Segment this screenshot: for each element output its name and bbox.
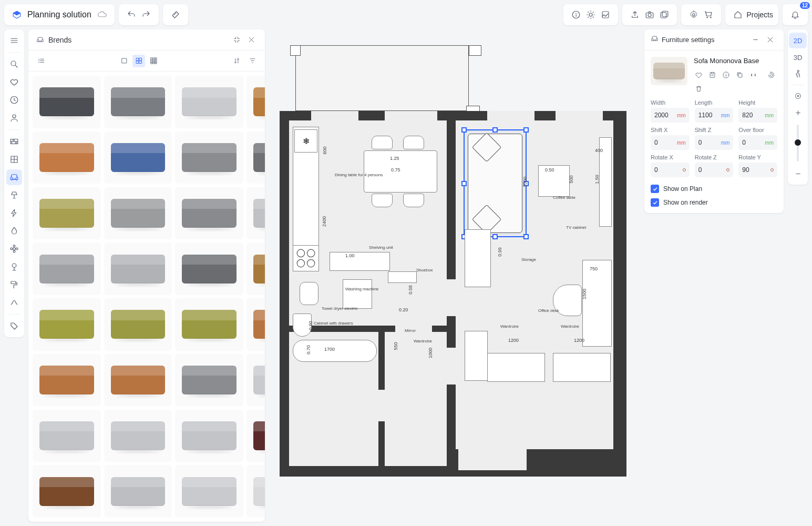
filter-icon[interactable] bbox=[246, 55, 259, 67]
chair[interactable] bbox=[372, 194, 393, 207]
prop-input-length[interactable]: mm bbox=[695, 108, 734, 123]
catalog-item[interactable] bbox=[33, 410, 101, 462]
office-desk[interactable] bbox=[582, 260, 612, 347]
washing-machine[interactable] bbox=[343, 279, 372, 309]
catalog-item[interactable] bbox=[104, 132, 172, 184]
dining-table[interactable] bbox=[364, 150, 437, 193]
view-grid-icon[interactable] bbox=[132, 55, 145, 67]
close-settings-icon[interactable] bbox=[763, 33, 777, 47]
catalog-item[interactable] bbox=[104, 298, 172, 351]
prop-input-rotate-y[interactable] bbox=[738, 163, 777, 177]
catalog-item[interactable] bbox=[104, 410, 172, 462]
rail-walls[interactable] bbox=[6, 134, 22, 149]
shoebox[interactable] bbox=[388, 271, 417, 283]
show-on-render-checkbox[interactable]: Show on render bbox=[651, 198, 777, 207]
rail-paths[interactable] bbox=[6, 295, 22, 310]
wardrobe[interactable] bbox=[553, 353, 611, 382]
catalog-item[interactable] bbox=[33, 354, 101, 407]
export-image-icon[interactable] bbox=[598, 7, 613, 22]
list-toggle-icon[interactable] bbox=[35, 55, 47, 67]
home-icon[interactable] bbox=[731, 7, 745, 22]
catalog-item[interactable] bbox=[175, 465, 243, 518]
catalog-item[interactable] bbox=[33, 187, 101, 240]
catalog-item[interactable] bbox=[246, 465, 265, 518]
close-icon[interactable] bbox=[244, 33, 259, 47]
fridge[interactable]: ❄ bbox=[294, 129, 317, 153]
catalog-item[interactable] bbox=[33, 132, 101, 184]
catalog-item[interactable] bbox=[104, 354, 172, 407]
catalog-item[interactable] bbox=[175, 242, 243, 295]
prop-input-rotate-z[interactable] bbox=[695, 163, 734, 177]
rail-lighting[interactable] bbox=[6, 187, 22, 203]
prop-input-rotate-x[interactable] bbox=[651, 163, 690, 177]
rail-search[interactable] bbox=[6, 56, 22, 72]
catalog-item[interactable] bbox=[104, 465, 172, 518]
projects-link[interactable]: Projects bbox=[746, 11, 773, 19]
catalog-item[interactable] bbox=[246, 410, 265, 462]
prop-input-shift-x[interactable]: mm bbox=[651, 135, 690, 150]
catalog-item[interactable] bbox=[175, 298, 243, 351]
catalog-item[interactable] bbox=[175, 76, 243, 128]
catalog-item[interactable] bbox=[246, 242, 265, 295]
stove[interactable] bbox=[293, 245, 319, 271]
gallery-icon[interactable] bbox=[657, 7, 672, 22]
quality-icon[interactable]: 1 bbox=[569, 7, 583, 22]
catalog-item[interactable] bbox=[246, 298, 265, 351]
catalog-item[interactable] bbox=[33, 242, 101, 295]
chair[interactable] bbox=[372, 136, 393, 149]
settings-gear-icon[interactable] bbox=[686, 7, 701, 22]
rail-tags[interactable] bbox=[6, 318, 22, 334]
prop-input-over-floor[interactable]: mm bbox=[738, 135, 777, 150]
catalog-item[interactable] bbox=[175, 187, 243, 240]
rail-menu[interactable] bbox=[6, 33, 22, 48]
catalog-item[interactable] bbox=[104, 242, 172, 295]
view-small-icon[interactable] bbox=[147, 55, 160, 67]
catalog-item[interactable] bbox=[33, 76, 101, 128]
favorite-icon[interactable] bbox=[694, 70, 703, 79]
catalog-item[interactable] bbox=[104, 76, 172, 128]
show-on-plan-checkbox[interactable]: Show on Plan bbox=[651, 185, 777, 193]
notifications-bell-icon[interactable] bbox=[788, 7, 803, 22]
ruler-icon[interactable] bbox=[168, 7, 183, 22]
catalog-item[interactable] bbox=[33, 465, 101, 518]
shelving-unit[interactable] bbox=[330, 252, 390, 271]
redo-button[interactable] bbox=[139, 7, 153, 22]
catalog-item[interactable] bbox=[175, 354, 243, 407]
cloud-sync-icon[interactable] bbox=[95, 7, 109, 22]
minimize-icon[interactable] bbox=[229, 33, 244, 47]
wardrobe[interactable] bbox=[487, 353, 545, 382]
camera-icon[interactable] bbox=[642, 7, 657, 22]
prop-input-shift-z[interactable]: mm bbox=[695, 135, 734, 150]
save-icon[interactable] bbox=[707, 70, 717, 79]
reset-icon[interactable] bbox=[766, 70, 776, 79]
flip-icon[interactable] bbox=[748, 70, 758, 79]
chair[interactable] bbox=[403, 194, 424, 207]
rail-rooms[interactable] bbox=[6, 151, 22, 167]
rail-history[interactable] bbox=[6, 92, 22, 108]
rail-plumbing[interactable] bbox=[6, 223, 22, 239]
rail-user[interactable] bbox=[6, 110, 22, 126]
view-2d-button[interactable]: 2D bbox=[789, 33, 807, 48]
zoom-in-icon[interactable] bbox=[789, 105, 807, 120]
target-icon[interactable] bbox=[789, 88, 807, 104]
catalog-item[interactable] bbox=[246, 76, 265, 128]
canvas[interactable]: ❄ bbox=[269, 29, 640, 522]
rail-furniture[interactable] bbox=[6, 169, 22, 185]
catalog-item[interactable] bbox=[246, 354, 265, 407]
zoom-out-icon[interactable] bbox=[789, 166, 807, 181]
info-icon[interactable] bbox=[721, 70, 731, 79]
storage[interactable] bbox=[465, 229, 491, 287]
zoom-slider[interactable] bbox=[797, 125, 799, 161]
app-logo-icon[interactable] bbox=[9, 7, 24, 22]
share-icon[interactable] bbox=[628, 7, 642, 22]
chair[interactable] bbox=[403, 136, 424, 149]
prop-input-height[interactable]: mm bbox=[738, 108, 777, 123]
catalog-item[interactable] bbox=[246, 132, 265, 184]
catalog-item[interactable] bbox=[246, 187, 265, 240]
catalog-item[interactable] bbox=[33, 298, 101, 351]
catalog-item[interactable] bbox=[104, 187, 172, 240]
undo-button[interactable] bbox=[124, 7, 139, 22]
catalog-item[interactable] bbox=[175, 132, 243, 184]
walk-icon[interactable] bbox=[789, 66, 807, 82]
collapse-icon[interactable] bbox=[748, 33, 763, 47]
